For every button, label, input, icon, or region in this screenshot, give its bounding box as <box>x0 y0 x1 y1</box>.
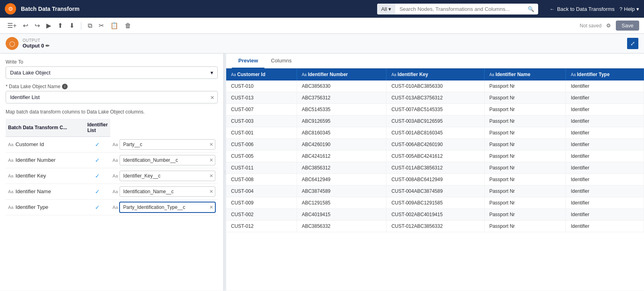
preview-cell: Passport Nr <box>484 186 566 197</box>
dlo-clear-icon[interactable]: ✕ <box>210 94 215 100</box>
preview-row: CUST-007ABC5145335CUST-007ABC5145335Pass… <box>226 104 644 116</box>
preview-cell: Identifier <box>566 197 644 209</box>
check-cell: ✓ <box>85 184 110 199</box>
preview-cell: CUST-012ABC3856332 <box>386 221 484 232</box>
preview-cell: CUST-012 <box>226 221 297 232</box>
search-icon: 🔍 <box>524 4 538 14</box>
map-clear-icon[interactable]: ✕ <box>209 204 213 210</box>
preview-col-header: AaIdentifier Type <box>566 68 644 80</box>
preview-cell: ABC4260190 <box>297 139 386 151</box>
write-to-dropdown[interactable]: Data Lake Object ▾ <box>6 66 218 79</box>
dlo-name-input[interactable] <box>6 91 218 103</box>
preview-cell: Identifier <box>566 139 644 151</box>
map-target-input[interactable] <box>120 186 215 197</box>
preview-cell: Identifier <box>566 92 644 104</box>
preview-cell: ABC5145335 <box>297 104 386 116</box>
settings-icon[interactable]: ⚙ <box>605 21 613 30</box>
source-field-cell: Aa Identifier Type <box>6 199 85 215</box>
target-type-icon: Aa <box>113 205 118 210</box>
map-target-input[interactable] <box>120 202 215 213</box>
map-clear-icon[interactable]: ✕ <box>209 189 213 194</box>
check-icon: ✓ <box>95 173 100 179</box>
map-target-input[interactable] <box>120 171 215 181</box>
col-type-icon: Aa <box>391 72 396 77</box>
chevron-down-icon: ▾ <box>211 70 213 76</box>
field-type-icon: Aa <box>8 205 13 210</box>
source-field-name: Identifier Number <box>15 157 56 163</box>
toolbar: ☰+ ↩ ↪ ▶ ⬆ ⬇ ⧉ ✂ 📋 🗑 Not saved ⚙ Save <box>0 18 644 34</box>
target-field-cell: Aa ✕ <box>110 152 218 168</box>
tab-columns[interactable]: Columns <box>264 54 298 68</box>
preview-cell: CUST-013 <box>226 92 297 104</box>
output-header: ◯ OUTPUT Output 0 ✏ ⤢ <box>0 34 644 54</box>
map-target-input[interactable] <box>120 139 215 150</box>
preview-cell: CUST-007 <box>226 104 297 116</box>
preview-table-wrap: AaCustomer IdAaIdentifier NumberAaIdenti… <box>226 68 644 291</box>
mapping-row: Aa Identifier Key ✓ Aa ✕ <box>6 168 218 184</box>
target-type-icon: Aa <box>113 173 118 178</box>
output-icon: ◯ <box>6 37 19 50</box>
add-button[interactable]: ☰+ <box>5 20 19 31</box>
upload-button[interactable]: ⬆ <box>55 20 65 31</box>
output-name: Output 0 ✏ <box>23 43 50 49</box>
field-type-icon: Aa <box>8 142 13 147</box>
preview-cell: CUST-006 <box>226 139 297 151</box>
preview-cell: Passport Nr <box>484 116 566 127</box>
target-field-cell: Aa ✕ <box>110 184 218 199</box>
cut-button[interactable]: ✂ <box>96 20 106 31</box>
dlo-input-wrap: ✕ <box>6 91 218 103</box>
map-clear-icon[interactable]: ✕ <box>209 157 213 163</box>
preview-col-header: AaIdentifier Number <box>297 68 386 80</box>
preview-cell: ABC8160345 <box>297 127 386 139</box>
preview-row: CUST-002ABC4019415CUST-002ABC4019415Pass… <box>226 209 644 221</box>
preview-cell: CUST-010 <box>226 80 297 92</box>
preview-cell: CUST-010ABC3856330 <box>386 80 484 92</box>
mapping-row: Aa Customer Id ✓ Aa ✕ <box>6 137 218 153</box>
map-target-input[interactable] <box>120 155 215 165</box>
map-input-wrap: ✕ <box>120 202 215 213</box>
undo-button[interactable]: ↩ <box>21 20 31 31</box>
search-area: All ▾ 🔍 <box>377 4 538 14</box>
save-button[interactable]: Save <box>616 21 639 31</box>
map-clear-icon[interactable]: ✕ <box>209 173 213 179</box>
check-icon: ✓ <box>95 204 100 211</box>
expand-button[interactable]: ⤢ <box>627 38 638 49</box>
source-field-cell: Aa Identifier Number <box>6 152 85 168</box>
download-button[interactable]: ⬇ <box>67 20 77 31</box>
preview-table: AaCustomer IdAaIdentifier NumberAaIdenti… <box>226 68 644 232</box>
tab-preview[interactable]: Preview <box>232 54 264 68</box>
copy-button[interactable]: ⧉ <box>85 21 95 31</box>
preview-cell: ABC6412949 <box>297 174 386 186</box>
preview-row: CUST-003ABC9126595CUST-003ABC9126595Pass… <box>226 116 644 127</box>
dlo-name-label: * Data Lake Object Name i <box>6 84 218 89</box>
output-meta: OUTPUT Output 0 ✏ <box>23 38 50 49</box>
preview-row: CUST-012ABC3856332CUST-012ABC3856332Pass… <box>226 221 644 232</box>
check-cell: ✓ <box>85 168 110 184</box>
delete-button[interactable]: 🗑 <box>122 21 134 31</box>
preview-cell: CUST-009 <box>226 197 297 209</box>
preview-cell: CUST-004ABC3874589 <box>386 186 484 197</box>
search-input[interactable] <box>395 4 524 14</box>
field-type-icon: Aa <box>8 158 13 163</box>
back-to-data-transforms-button[interactable]: ← Back to Data Transforms <box>549 6 615 12</box>
check-icon: ✓ <box>95 141 100 148</box>
preview-cell: Identifier <box>566 221 644 232</box>
check-cell: ✓ <box>85 199 110 215</box>
preview-cell: ABC3856332 <box>297 221 386 232</box>
preview-cell: ABC4241612 <box>297 151 386 162</box>
paste-button[interactable]: 📋 <box>108 20 121 31</box>
edit-icon[interactable]: ✏ <box>45 43 50 49</box>
search-filter-dropdown[interactable]: All ▾ <box>377 4 395 14</box>
run-button[interactable]: ▶ <box>44 20 54 31</box>
source-field-name: Identifier Name <box>15 188 51 194</box>
preview-cell: Identifier <box>566 174 644 186</box>
help-button[interactable]: ? Help ▾ <box>619 6 639 12</box>
map-clear-icon[interactable]: ✕ <box>209 142 213 147</box>
preview-cell: ABC3856312 <box>297 162 386 174</box>
redo-button[interactable]: ↪ <box>32 20 42 31</box>
preview-row: CUST-009ABC1291585CUST-009ABC1291585Pass… <box>226 197 644 209</box>
source-field-cell: Aa Customer Id <box>6 137 85 153</box>
preview-cell: Identifier <box>566 104 644 116</box>
col-type-icon: Aa <box>231 72 236 77</box>
preview-cell: CUST-003 <box>226 116 297 127</box>
